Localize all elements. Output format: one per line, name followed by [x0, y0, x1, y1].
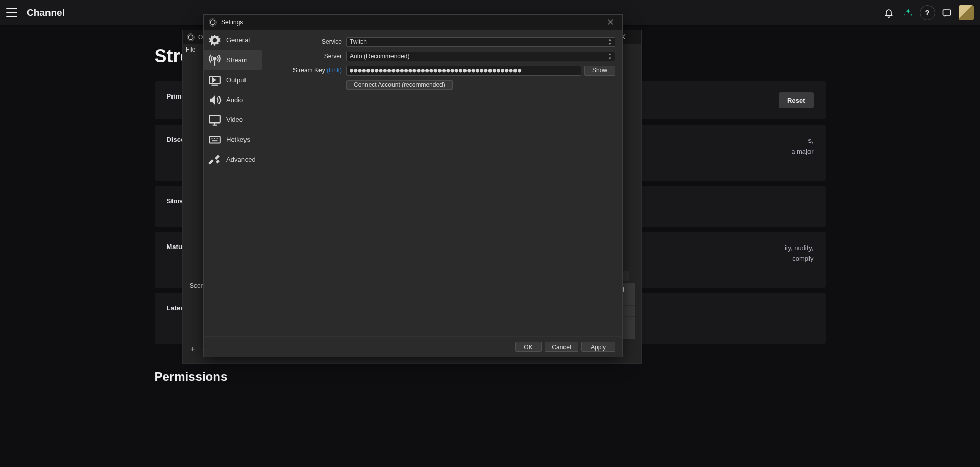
- sidebar-item-advanced[interactable]: Advanced: [204, 150, 262, 169]
- tools-icon: [208, 153, 222, 167]
- video-icon: [208, 113, 222, 127]
- output-icon: [208, 73, 222, 87]
- svg-point-3: [190, 36, 192, 38]
- sidebar-item-label: General: [226, 36, 250, 44]
- server-select[interactable]: Auto (Recommended) ▴▾: [346, 52, 615, 61]
- show-button[interactable]: Show: [584, 66, 615, 76]
- gear-icon: [208, 33, 222, 47]
- sidebar-item-audio[interactable]: Audio: [204, 90, 262, 110]
- notifications-icon[interactable]: [881, 5, 896, 20]
- reset-button[interactable]: Reset: [779, 92, 813, 108]
- sidebar-item-output[interactable]: Output: [204, 70, 262, 90]
- apply-button[interactable]: Apply: [581, 342, 615, 352]
- obs-settings-dialog: Settings General Stream: [203, 14, 623, 357]
- service-label: Service: [270, 38, 346, 45]
- audio-icon: [208, 93, 222, 107]
- obs-logo-icon: [187, 33, 195, 41]
- stream-key-input[interactable]: [346, 66, 581, 76]
- sidebar-item-label: Output: [226, 76, 246, 84]
- svg-rect-15: [209, 136, 220, 143]
- sidebar-item-label: Hotkeys: [226, 136, 250, 143]
- sidebar-item-stream[interactable]: Stream: [204, 50, 262, 70]
- stream-key-label: Stream Key (Link): [270, 67, 346, 74]
- close-icon[interactable]: [599, 15, 622, 30]
- service-value: Twitch: [350, 38, 367, 45]
- partial-text: s, a major: [791, 136, 813, 169]
- menu-file[interactable]: File: [186, 46, 195, 53]
- obs-settings-footer: OK Cancel Apply: [204, 336, 622, 357]
- help-icon[interactable]: ?: [920, 5, 935, 20]
- partial-text: ity, nudity, comply: [785, 243, 814, 277]
- sidebar-item-label: Advanced: [226, 156, 256, 163]
- sidebar-item-label: Stream: [226, 56, 248, 64]
- sidebar-item-general[interactable]: General: [204, 30, 262, 50]
- svg-rect-0: [943, 10, 951, 15]
- whisper-icon[interactable]: [939, 5, 954, 20]
- sidebar-item-hotkeys[interactable]: Hotkeys: [204, 130, 262, 150]
- avatar[interactable]: [959, 5, 974, 20]
- svg-point-11: [214, 57, 216, 60]
- sidebar-item-label: Audio: [226, 96, 243, 104]
- server-label: Server: [270, 53, 346, 60]
- server-value: Auto (Recommended): [350, 53, 409, 60]
- cancel-button[interactable]: Cancel: [545, 342, 578, 352]
- stream-key-link[interactable]: (Link): [327, 67, 342, 74]
- obs-settings-sidebar: General Stream Output Audio: [204, 30, 262, 336]
- add-scene-button[interactable]: +: [188, 344, 198, 354]
- obs-logo-icon: [209, 18, 217, 27]
- page-title: Channel: [27, 7, 65, 18]
- obs-stream-form: Service Twitch ▴▾ Server Auto (Recommend…: [262, 30, 622, 336]
- menu-icon[interactable]: [6, 8, 17, 17]
- sparkle-icon[interactable]: [900, 5, 916, 20]
- sidebar-item-label: Video: [226, 116, 243, 124]
- obs-settings-title: Settings: [221, 19, 243, 26]
- chevron-updown-icon: ▴▾: [609, 37, 611, 46]
- obs-main-title: O: [198, 34, 203, 41]
- svg-rect-14: [209, 115, 220, 122]
- obs-settings-titlebar[interactable]: Settings: [204, 15, 622, 30]
- service-select[interactable]: Twitch ▴▾: [346, 37, 615, 47]
- sidebar-item-video[interactable]: Video: [204, 110, 262, 130]
- section-heading-permissions: Permissions: [155, 370, 826, 384]
- keyboard-icon: [208, 133, 222, 147]
- connect-account-button[interactable]: Connect Account (recommended): [346, 80, 453, 90]
- svg-point-8: [212, 21, 214, 23]
- ok-button[interactable]: OK: [515, 342, 542, 352]
- chevron-updown-icon: ▴▾: [609, 52, 611, 61]
- broadcast-icon: [208, 53, 222, 67]
